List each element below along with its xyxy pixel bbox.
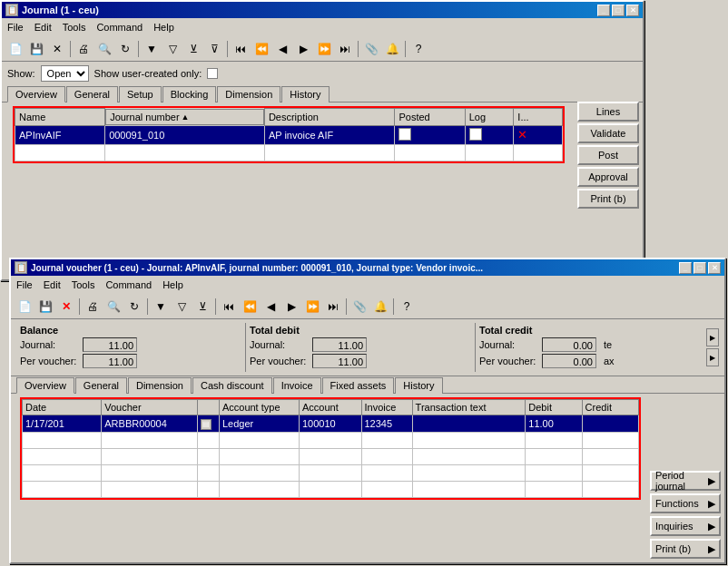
menu-edit[interactable]: Edit — [29, 21, 57, 34]
balance-expand-bottom[interactable]: ▶ — [706, 348, 719, 366]
v-tab-general[interactable]: General — [75, 377, 127, 394]
v-tab-dimension[interactable]: Dimension — [128, 377, 192, 394]
v-nav-prev2[interactable]: ⏪ — [240, 297, 260, 317]
nav-next2[interactable]: ⏩ — [314, 39, 334, 59]
new-btn[interactable]: 📄 — [5, 39, 25, 59]
empty — [412, 433, 526, 449]
close-button[interactable]: ✕ — [626, 5, 639, 16]
menu-command[interactable]: Command — [91, 21, 148, 34]
v-menu-file[interactable]: File — [11, 278, 38, 291]
v-attach-btn[interactable]: 📎 — [349, 297, 369, 317]
v-nav-last[interactable]: ⏭ — [323, 297, 343, 317]
print-b-button[interactable]: Print (b) — [577, 189, 639, 209]
v-table-row-empty1 — [23, 433, 639, 449]
v-refresh-btn[interactable]: ↻ — [124, 297, 144, 317]
nav-first[interactable]: ⏮ — [231, 39, 251, 59]
table-row[interactable]: APInvAIF 000091_010 AP invoice AIF ✕ — [15, 125, 563, 144]
help-btn[interactable]: ? — [408, 39, 428, 59]
voucher-table-container: Date Voucher Account type Account Invoic… — [20, 397, 641, 500]
minimize-button[interactable]: _ — [597, 5, 610, 16]
empty — [582, 433, 638, 449]
v-filter3-btn[interactable]: ⊻ — [192, 297, 212, 317]
nav-prev[interactable]: ◀ — [272, 39, 292, 59]
tab-blocking[interactable]: Blocking — [162, 86, 217, 102]
tab-dimension[interactable]: Dimension — [217, 86, 280, 102]
v-col-transaction-text: Transaction text — [412, 400, 526, 415]
v-menu-edit[interactable]: Edit — [38, 278, 66, 291]
journal-value-left: 11.00 — [83, 337, 137, 352]
empty — [299, 433, 361, 449]
voucher-toolbar: 📄 💾 ✕ 🖨 🔍 ↻ ▼ ▽ ⊻ ⏮ ⏪ ◀ ▶ ⏩ ⏭ 📎 🔔 ? — [11, 294, 724, 319]
tab-general[interactable]: General — [66, 86, 118, 102]
v-nav-next2[interactable]: ⏩ — [302, 297, 322, 317]
filter-btn[interactable]: ▼ — [142, 39, 162, 59]
v-menu-command[interactable]: Command — [100, 278, 157, 291]
nav-prev2[interactable]: ⏪ — [251, 39, 271, 59]
show-select[interactable]: Open — [41, 65, 89, 82]
inquiries-button[interactable]: Inquiries ▶ — [650, 516, 721, 536]
journal-table-container: Name Journal number ▲ Description Posted… — [13, 106, 565, 163]
v-table-row-empty3 — [23, 465, 639, 482]
delete-btn[interactable]: ✕ — [47, 39, 67, 59]
empty — [102, 433, 198, 449]
v-help-btn[interactable]: ? — [397, 297, 417, 317]
v-print-btn[interactable]: 🖨 — [83, 297, 103, 317]
menu-file[interactable]: File — [2, 21, 29, 34]
attach-btn[interactable]: 📎 — [361, 39, 381, 59]
filter4-btn[interactable]: ⊽ — [204, 39, 224, 59]
period-journal-button[interactable]: Period journal ▶ — [650, 471, 721, 491]
v-tab-invoice[interactable]: Invoice — [273, 377, 321, 394]
functions-button[interactable]: Functions ▶ — [650, 493, 721, 513]
v-save-btn[interactable]: 💾 — [35, 297, 55, 317]
menu-help[interactable]: Help — [148, 21, 180, 34]
approval-button[interactable]: Approval — [577, 167, 639, 187]
v-tab-fixed-assets[interactable]: Fixed assets — [322, 377, 395, 394]
sep2 — [138, 41, 139, 57]
validate-button[interactable]: Validate — [577, 123, 639, 143]
balance-expand-top[interactable]: ▶ — [706, 328, 719, 346]
post-button[interactable]: Post — [577, 145, 639, 165]
user-created-checkbox[interactable] — [207, 68, 218, 79]
v-print-b-button[interactable]: Print (b) ▶ — [650, 539, 721, 559]
filter3-btn[interactable]: ⊻ — [183, 39, 203, 59]
nav-last[interactable]: ⏭ — [335, 39, 355, 59]
v-tab-cash-discount[interactable]: Cash discount — [192, 377, 272, 394]
print-btn[interactable]: 🖨 — [74, 39, 93, 59]
preview-btn[interactable]: 🔍 — [94, 39, 114, 59]
nav-next[interactable]: ▶ — [293, 39, 313, 59]
v-minimize-button[interactable]: _ — [679, 262, 692, 274]
save-btn[interactable]: 💾 — [26, 39, 46, 59]
v-alert-btn[interactable]: 🔔 — [370, 297, 390, 317]
refresh-btn[interactable]: ↻ — [115, 39, 135, 59]
maximize-button[interactable]: □ — [612, 5, 625, 16]
total-credit-title: Total credit — [479, 325, 701, 336]
v-tab-overview[interactable]: Overview — [16, 377, 74, 394]
v-nav-prev[interactable]: ◀ — [261, 297, 280, 317]
v-menu-tools[interactable]: Tools — [66, 278, 101, 291]
tab-overview[interactable]: Overview — [7, 86, 65, 102]
v-close-button[interactable]: ✕ — [708, 262, 721, 274]
tab-setup[interactable]: Setup — [119, 86, 162, 102]
v-new-btn[interactable]: 📄 — [15, 297, 34, 317]
v-delete-btn[interactable]: ✕ — [56, 297, 76, 317]
v-preview-btn[interactable]: 🔍 — [103, 297, 123, 317]
lines-button[interactable]: Lines — [577, 102, 639, 122]
tab-history[interactable]: History — [281, 86, 329, 102]
v-filter2-btn[interactable]: ▽ — [172, 297, 192, 317]
v-maximize-button[interactable]: □ — [694, 262, 706, 274]
v-nav-next[interactable]: ▶ — [281, 297, 301, 317]
cell-posted — [395, 125, 465, 144]
filter2-btn[interactable]: ▽ — [162, 39, 182, 59]
v-table-row[interactable]: 1/17/201 ARBBR00004 ▤ Ledger 100010 1234… — [23, 415, 639, 433]
v-nav-first[interactable]: ⏮ — [219, 297, 239, 317]
v-menu-help[interactable]: Help — [157, 278, 189, 291]
v-tab-history[interactable]: History — [395, 377, 442, 394]
journal-window-icon: 📋 — [5, 4, 18, 16]
menu-tools[interactable]: Tools — [57, 21, 92, 34]
empty — [102, 449, 198, 465]
alert-btn[interactable]: 🔔 — [382, 39, 402, 59]
v-filter-btn[interactable]: ▼ — [151, 297, 171, 317]
balance-left: Balance Journal: 11.00 Per voucher: 11.0… — [16, 323, 245, 372]
v-sep2 — [147, 298, 148, 315]
journal-toolbar: 📄 💾 ✕ 🖨 🔍 ↻ ▼ ▽ ⊻ ⊽ ⏮ ⏪ ◀ ▶ ⏩ ⏭ 📎 🔔 ? — [2, 36, 643, 62]
